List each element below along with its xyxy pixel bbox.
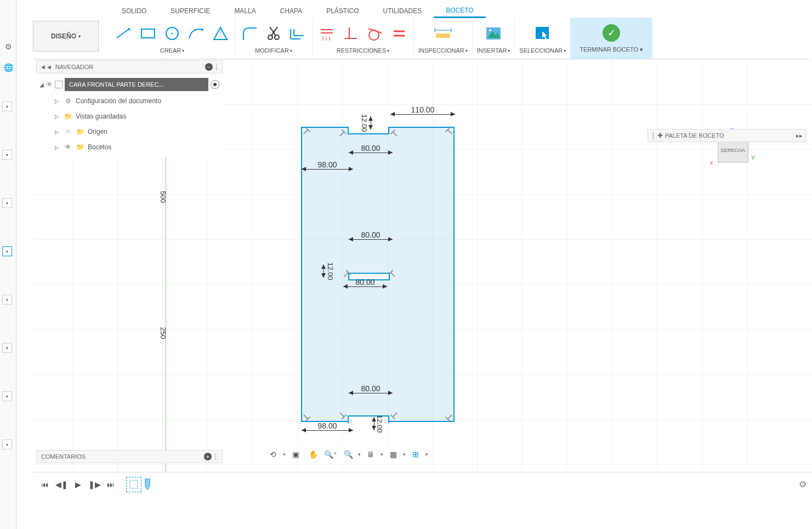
grip-icon[interactable]: ┆ — [214, 453, 218, 460]
dim-110[interactable]: 110.00 — [390, 105, 455, 115]
nav-item-origin[interactable]: ▷ 👁 📁 Origen — [36, 124, 223, 139]
active-component-radio[interactable] — [211, 80, 219, 89]
tab-superficie[interactable]: SUPERFICIE — [158, 5, 222, 17]
svg-point-22 — [489, 29, 491, 31]
nav-item-doc-settings[interactable]: ▷ ⚙ Configuración del documento — [36, 93, 223, 109]
timeline-marker-icon[interactable] — [145, 478, 150, 491]
timeline-end-icon[interactable]: ⏭ — [104, 478, 117, 491]
measure-tool-icon[interactable] — [433, 24, 453, 43]
insert-image-icon[interactable] — [484, 24, 503, 43]
ribbon-tools: DISEÑO CREAR MODIFICAR — [33, 18, 807, 59]
tab-malla[interactable]: MALLA — [222, 5, 268, 17]
gear-icon: ⚙ — [64, 97, 72, 105]
left-dd-2[interactable]: ▾ — [2, 150, 12, 160]
add-comment-icon[interactable]: + — [204, 453, 212, 460]
tab-boceto[interactable]: BOCETO — [434, 4, 485, 18]
left-dd-7[interactable]: ▾ — [2, 391, 12, 401]
left-dd-1[interactable]: ▾ — [2, 102, 12, 111]
pan-icon[interactable]: ✋ — [305, 448, 321, 461]
design-workspace-button[interactable]: DISEÑO — [33, 21, 99, 52]
timeline-settings-icon[interactable]: ⚙ — [799, 479, 807, 489]
zoom-icon[interactable]: 🔍⁺ — [323, 448, 338, 461]
tangent-constraint-icon[interactable] — [365, 24, 385, 43]
tab-plastico[interactable]: PLÁSTICO — [314, 5, 371, 17]
arc-tool-icon[interactable] — [186, 24, 206, 43]
finish-sketch-button[interactable]: ✓ TERMINAR BOCETO ▾ — [570, 18, 652, 59]
equal-constraint-icon[interactable] — [389, 24, 409, 43]
fillet-tool-icon[interactable] — [240, 24, 259, 43]
grid-settings-icon[interactable]: ▦ — [385, 448, 401, 461]
trim-tool-icon[interactable] — [264, 24, 283, 43]
grip-icon[interactable]: ┆ — [651, 132, 655, 139]
display-settings-icon[interactable]: 🖥 — [363, 448, 378, 461]
collapse-triangle-icon[interactable]: ◢ — [39, 82, 44, 88]
left-dd-4[interactable]: ▾ — [2, 246, 12, 256]
dim-98-bottom[interactable]: 98.00 — [302, 421, 353, 431]
tab-utilidades[interactable]: UTILIDADES — [371, 5, 434, 17]
tab-chapa[interactable]: CHAPA — [268, 5, 314, 17]
expand-triangle-icon[interactable]: ▷ — [55, 114, 60, 120]
left-dd-5[interactable]: ▾ — [2, 295, 12, 305]
select-tool-icon[interactable] — [533, 24, 553, 43]
navigator-panel: ◄◄ NAVEGADOR − ┆ ◢ 👁 CARA FRONTAL PARTE … — [36, 60, 223, 157]
expand-triangle-icon[interactable]: ▷ — [55, 144, 60, 150]
offset-tool-icon[interactable] — [288, 24, 308, 43]
dim-80-mid-below[interactable]: 80.00 — [343, 278, 387, 287]
coincident-icon: ⊤ — [299, 125, 313, 138]
gear-icon[interactable]: ⚙ — [0, 38, 16, 55]
globe-icon[interactable]: 🌐 — [0, 59, 16, 76]
visibility-off-icon[interactable]: 👁 — [64, 127, 72, 136]
nav-item-saved-views[interactable]: ▷ 📁 Vistas guardadas — [36, 109, 223, 124]
dim-98-top[interactable]: 98.00 — [302, 160, 353, 170]
timeline-start-icon[interactable]: ⏮ — [38, 478, 52, 491]
navigator-settings-icon[interactable]: − — [205, 63, 213, 71]
timeline-play-icon[interactable]: ▶ — [71, 478, 84, 491]
timeline-step-fwd-icon[interactable]: ❚▶ — [88, 478, 101, 491]
group-insertar: INSERTAR — [473, 18, 515, 59]
folder-icon: 📁 — [76, 143, 84, 151]
collapse-icon[interactable]: ◄◄ — [40, 64, 52, 70]
left-dd-6[interactable]: ▾ — [2, 343, 12, 353]
look-at-icon[interactable]: ▣ — [288, 448, 303, 461]
folder-icon: 📁 — [76, 127, 84, 136]
group-crear-label[interactable]: CREAR — [160, 47, 185, 54]
dim-80-mid-above[interactable]: 80.00 — [349, 230, 393, 240]
sketch-palette-title: PALETA DE BOCETO — [665, 132, 724, 139]
add-icon[interactable]: ✚ — [657, 132, 663, 139]
left-dd-3[interactable]: ▾ — [2, 198, 12, 208]
visibility-icon[interactable]: 👁 — [46, 81, 53, 88]
dim-80-top[interactable]: 80.00 — [349, 144, 393, 153]
visibility-icon[interactable]: 👁 — [64, 143, 72, 151]
expand-triangle-icon[interactable]: ▷ — [55, 98, 60, 104]
zoom-window-icon[interactable]: 🔍 — [340, 448, 356, 461]
viewport-icon[interactable]: ⊞ — [408, 448, 423, 461]
line-tool-icon[interactable] — [114, 24, 134, 43]
sketch-feature-icon[interactable] — [126, 477, 141, 492]
expand-triangle-icon[interactable]: ▷ — [55, 129, 60, 135]
group-seleccionar: SELECCIONAR — [515, 18, 570, 59]
nav-item-sketches[interactable]: ▷ 👁 📁 Bocetos — [36, 139, 223, 155]
group-seleccionar-label[interactable]: SELECCIONAR — [519, 47, 566, 54]
dim-12-top[interactable]: 12.00 — [360, 114, 371, 132]
rectangle-tool-icon[interactable] — [138, 24, 158, 43]
document-title-row[interactable]: CARA FRONTAL PARTE DEREC... — [65, 78, 208, 91]
dim-12-bottom[interactable]: 12.00 — [374, 415, 384, 433]
comments-header: COMENTARIOS + ┆ — [36, 450, 223, 463]
dim-12-mid[interactable]: 12.00 — [323, 262, 334, 280]
polygon-tool-icon[interactable] — [211, 24, 230, 43]
horizontal-constraint-icon[interactable] — [317, 24, 337, 43]
expand-icon[interactable]: ▸▸ — [796, 132, 803, 139]
group-inspeccionar-label[interactable]: INSPECCIONAR — [418, 47, 468, 54]
group-modificar-label[interactable]: MODIFICAR — [255, 47, 292, 54]
circle-tool-icon[interactable] — [162, 24, 182, 43]
svg-rect-19 — [436, 33, 450, 38]
orbit-icon[interactable]: ⟲ — [265, 448, 281, 461]
group-restricciones-label[interactable]: RESTRICCIONES — [337, 47, 389, 54]
dim-80-bottom[interactable]: 80.00 — [349, 384, 393, 393]
group-insertar-label[interactable]: INSERTAR — [477, 47, 510, 54]
timeline-step-back-icon[interactable]: ◀❚ — [55, 478, 68, 491]
perpendicular-constraint-icon[interactable] — [341, 24, 361, 43]
grip-icon[interactable]: ┆ — [215, 64, 219, 71]
left-dd-8[interactable]: ▾ — [2, 440, 12, 449]
tab-solido[interactable]: SOLIDO — [110, 5, 158, 17]
